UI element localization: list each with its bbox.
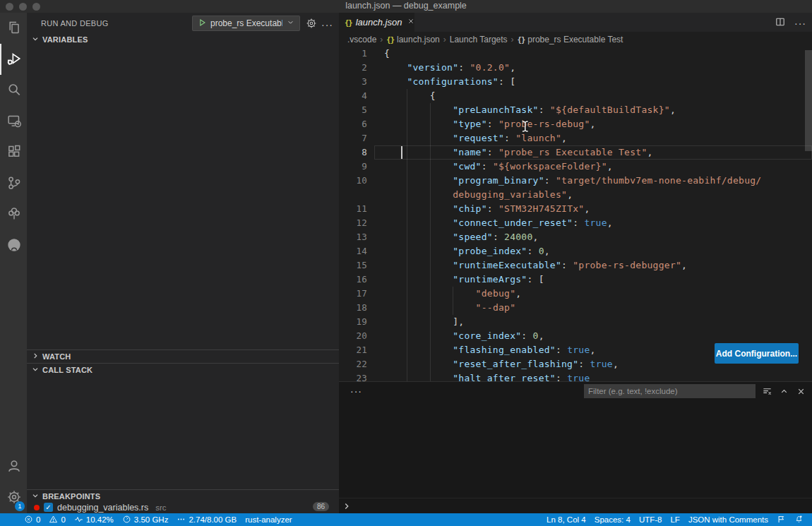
line-number: 22 (339, 357, 367, 371)
split-editor-icon[interactable] (775, 16, 786, 30)
code-line[interactable]: 15"runtimeExecutable": "probe-rs-debugge… (339, 258, 812, 273)
statusbar-feedback[interactable] (772, 513, 790, 526)
section-breakpoints[interactable]: BREAKPOINTS (27, 489, 339, 502)
statusbar-label: Spaces: 4 (595, 515, 631, 524)
activity-item-github[interactable] (0, 230, 27, 261)
add-configuration-button[interactable]: Add Configuration... (715, 343, 799, 364)
breadcrumb-item[interactable]: Launch Targets (450, 35, 508, 44)
line-content: "version": "0.2.0", (407, 61, 515, 75)
code-line[interactable]: 5"preLaunchTask": "${defaultBuildTask}", (339, 103, 812, 117)
feedback-icon (777, 515, 786, 525)
code-line[interactable]: 6"type": "probe-rs-debug", (339, 117, 812, 131)
statusbar-cpu-usage[interactable]: 10.42% (70, 513, 118, 526)
line-number: 16 (339, 273, 367, 287)
breadcrumb-label: launch.json (397, 35, 440, 44)
line-content: "core_index": 0, (453, 329, 544, 343)
line-content: "halt_after_reset": true (453, 371, 590, 381)
code-line[interactable]: 2"version": "0.2.0", (339, 61, 812, 75)
breadcrumb-item[interactable]: {}launch.json (386, 35, 439, 44)
activity-item-accounts[interactable] (0, 451, 27, 482)
statusbar-eol[interactable]: LF (666, 513, 683, 526)
section-watch[interactable]: WATCH (27, 349, 339, 362)
section-variables[interactable]: VARIABLES (27, 33, 339, 46)
chevron-down-icon (30, 34, 40, 45)
code-line[interactable]: 20"core_index": 0, (339, 329, 812, 343)
editor-more-actions-icon[interactable]: ··· (794, 18, 806, 29)
sidebar-run-and-debug: RUN AND DEBUG probe_rs Executable Test ·… (27, 13, 339, 513)
panel-overflow-icon[interactable]: ··· (350, 385, 362, 397)
statusbar-problems-warnings[interactable]: 0 (44, 513, 69, 526)
section-call-stack[interactable]: CALL STACK (27, 363, 339, 376)
ellipsis-icon (177, 515, 186, 525)
statusbar-notifications[interactable] (790, 513, 808, 526)
launch-config-label: probe_rs Executable Test (210, 18, 282, 28)
statusbar-cpu-speed[interactable]: 3.50 GHz (118, 513, 173, 526)
statusbar-label: 2.74/8.00 GB (189, 515, 237, 524)
statusbar-indentation[interactable]: Spaces: 4 (590, 513, 635, 526)
breakpoint-row[interactable]: ✓ debugging_variables.rs src 86 (27, 501, 339, 513)
console-output-area[interactable] (339, 400, 812, 498)
launch-config-selector[interactable]: probe_rs Executable Test (192, 16, 300, 31)
tab-label: launch.json (356, 17, 402, 28)
line-number: 4 (339, 89, 367, 103)
breakpoint-checkbox[interactable]: ✓ (44, 503, 53, 512)
activity-item-source-control[interactable] (0, 168, 27, 199)
console-prompt-chevron-icon (342, 501, 352, 511)
tab-launch-json[interactable]: {} launch.json (339, 13, 414, 32)
editor-scrollbar[interactable] (805, 50, 812, 151)
statusbar-language-mode[interactable]: JSON with Comments (684, 513, 772, 526)
console-input-row[interactable] (339, 498, 812, 513)
code-line[interactable]: 19], (339, 315, 812, 329)
maximize-panel-chevron-up-icon[interactable] (779, 386, 789, 397)
statusbar-cursor-position[interactable]: Ln 8, Col 4 (542, 513, 590, 526)
activity-item-search[interactable] (0, 75, 27, 106)
activity-item-explorer[interactable] (0, 13, 27, 44)
breadcrumb-item[interactable]: .vscode (347, 35, 376, 44)
github-icon (6, 237, 22, 255)
code-line[interactable]: 10"program_binary": "target/thumbv7em-no… (339, 174, 812, 188)
statusbar-encoding[interactable]: UTF-8 (635, 513, 667, 526)
search-icon (6, 82, 22, 100)
code-line[interactable]: 9"cwd": "${workspaceFolder}", (339, 160, 812, 174)
code-line[interactable]: debugging_variables", (339, 188, 812, 202)
mouse-ibeam-cursor (521, 120, 530, 133)
breadcrumb-label: probe_rs Executable Test (527, 35, 623, 44)
clear-filter-icon[interactable] (762, 386, 772, 397)
breadcrumb-label: Launch Targets (450, 35, 508, 44)
code-line[interactable]: 11"chip": "STM32H745ZITx", (339, 202, 812, 216)
code-editor[interactable]: 1{2"version": "0.2.0",3"configurations":… (339, 47, 812, 381)
line-number: 1 (339, 47, 367, 61)
line-number: 8 (339, 145, 367, 160)
close-panel-icon[interactable] (796, 386, 806, 397)
line-number: 9 (339, 160, 367, 174)
breadcrumb-item[interactable]: {}probe_rs Executable Test (518, 35, 623, 44)
breakpoint-file: debugging_variables.rs (57, 503, 148, 513)
statusbar-memory-usage[interactable]: 2.74/8.00 GB (172, 513, 241, 526)
code-line[interactable]: 23"halt_after_reset": true (339, 371, 812, 381)
activity-item-testing[interactable] (0, 199, 27, 230)
code-line[interactable]: 13"speed": 24000, (339, 230, 812, 244)
code-line[interactable]: 14"probe_index": 0, (339, 244, 812, 258)
activity-item-manage[interactable]: 1 (0, 482, 27, 513)
code-line[interactable]: 7"request": "launch", (339, 131, 812, 145)
line-content: "--dap" (476, 301, 516, 315)
code-line[interactable]: 17"debug", (339, 287, 812, 301)
statusbar-problems-errors[interactable]: 0 (20, 513, 44, 526)
statusbar-rust-analyzer[interactable]: rust-analyzer (241, 513, 296, 526)
activity-item-run-and-debug[interactable] (0, 44, 27, 75)
line-number: 23 (339, 371, 367, 381)
code-line[interactable]: 4{ (339, 89, 812, 103)
debug-settings-gear-icon[interactable] (306, 18, 317, 31)
activity-item-extensions[interactable] (0, 137, 27, 168)
code-line[interactable]: 16"runtimeArgs": [ (339, 273, 812, 287)
code-line[interactable]: 1{ (339, 47, 812, 61)
sidebar-more-actions-icon[interactable]: ··· (321, 19, 333, 30)
activity-item-remote-explorer[interactable] (0, 106, 27, 137)
console-filter-input[interactable] (584, 384, 756, 398)
code-line[interactable]: 12"connect_under_reset": true, (339, 216, 812, 230)
breadcrumb-separator-icon: › (379, 35, 383, 44)
code-line[interactable]: 3"configurations": [ (339, 75, 812, 89)
code-line[interactable]: 8"name": "probe_rs Executable Test", (339, 145, 812, 160)
tab-close-icon[interactable] (407, 17, 415, 28)
code-line[interactable]: 18"--dap" (339, 301, 812, 315)
